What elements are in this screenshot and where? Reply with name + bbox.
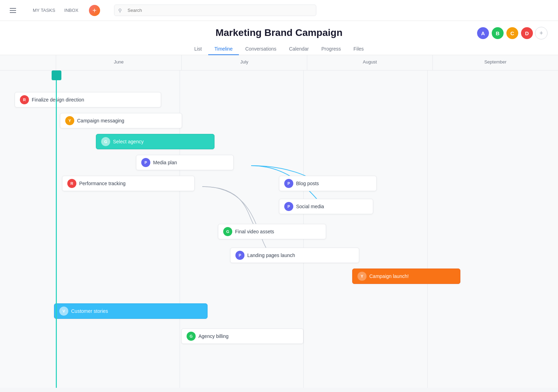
avatar-landing-pages: P xyxy=(235,251,244,260)
avatar-agency-billing: G xyxy=(187,332,196,341)
tasks-canvas: R Finalize design direction Y Campaign m… xyxy=(0,70,558,388)
top-nav: MY TASKS INBOX + ⚲ xyxy=(0,0,558,21)
month-july: July xyxy=(181,55,307,70)
timeline-line xyxy=(56,70,57,388)
task-customer-stories[interactable]: V Customer stories xyxy=(54,303,208,319)
task-media-plan[interactable]: P Media plan xyxy=(136,155,234,170)
avatar-media-plan: P xyxy=(141,158,150,167)
add-member-button[interactable]: + xyxy=(535,27,548,39)
month-june: June xyxy=(56,55,181,70)
hamburger-menu[interactable] xyxy=(7,5,19,16)
svg-text:V: V xyxy=(62,309,65,313)
task-label-blog-posts: Blog posts xyxy=(296,181,319,186)
search-bar: ⚲ xyxy=(114,5,316,16)
task-finalize[interactable]: R Finalize design direction xyxy=(15,92,161,107)
tab-list[interactable]: List xyxy=(188,43,208,55)
task-blog-posts[interactable]: P Blog posts xyxy=(279,176,377,191)
add-button[interactable]: + xyxy=(89,5,100,16)
avatar-final-video: G xyxy=(223,227,232,236)
task-label-finalize: Finalize design direction xyxy=(32,97,84,103)
project-tabs: List Timeline Conversations Calendar Pro… xyxy=(0,43,558,55)
month-august: August xyxy=(307,55,432,70)
search-icon: ⚲ xyxy=(118,8,122,13)
my-tasks-link[interactable]: MY TASKS xyxy=(29,6,59,15)
task-label-landing-pages: Landing pages launch xyxy=(247,252,295,258)
svg-text:G: G xyxy=(104,140,107,144)
avatar-campaign-msg: Y xyxy=(65,116,74,125)
task-label-customer-stories: Customer stories xyxy=(71,308,108,314)
vline-september xyxy=(427,70,428,388)
timeline-container: June July August September xyxy=(0,55,558,388)
avatar-blog-posts: P xyxy=(284,179,293,188)
task-social-media[interactable]: P Social media xyxy=(279,199,373,214)
task-campaign-msg[interactable]: Y Campaign messaging xyxy=(60,113,182,128)
avatar-finalize: R xyxy=(20,95,29,104)
avatar-social-media: P xyxy=(284,202,293,211)
search-input[interactable] xyxy=(114,5,316,16)
avatar-3[interactable]: C xyxy=(506,27,519,40)
project-header: A B C D + Marketing Brand Campaign List … xyxy=(0,21,558,55)
avatar-4[interactable]: D xyxy=(520,27,534,40)
task-label-select-agency: Select agency xyxy=(113,139,144,144)
task-campaign-launch[interactable]: Y Campaign launch! xyxy=(352,269,460,284)
task-label-campaign-msg: Campaign messaging xyxy=(77,118,124,123)
task-label-final-video: Final video assets xyxy=(235,229,274,234)
task-landing-pages[interactable]: P Landing pages launch xyxy=(230,248,359,263)
today-marker xyxy=(52,70,61,80)
task-perf-track[interactable]: R Performance tracking xyxy=(62,176,195,191)
task-label-perf-track: Performance tracking xyxy=(79,181,126,186)
tab-timeline[interactable]: Timeline xyxy=(208,43,239,55)
task-final-video[interactable]: G Final video assets xyxy=(218,224,326,239)
inbox-link[interactable]: INBOX xyxy=(61,6,82,15)
nav-links: MY TASKS INBOX xyxy=(29,6,82,15)
avatar-select-agency: G xyxy=(101,137,110,146)
avatar-customer-stories: V xyxy=(59,307,68,316)
task-label-media-plan: Media plan xyxy=(153,160,177,165)
tab-calendar[interactable]: Calendar xyxy=(283,43,315,55)
months-header: June July August September xyxy=(0,55,558,70)
month-september: September xyxy=(432,55,558,70)
task-label-social-media: Social media xyxy=(296,204,324,209)
avatar-2[interactable]: B xyxy=(491,27,504,40)
avatar-1[interactable]: A xyxy=(476,27,490,40)
avatar-campaign-launch: Y xyxy=(357,272,367,281)
tab-conversations[interactable]: Conversations xyxy=(239,43,283,55)
tab-files[interactable]: Files xyxy=(347,43,370,55)
task-label-campaign-launch: Campaign launch! xyxy=(369,273,409,279)
task-select-agency[interactable]: G Select agency xyxy=(96,134,214,149)
task-label-agency-billing: Agency billing xyxy=(198,333,228,339)
project-title: Marketing Brand Campaign xyxy=(0,27,558,38)
avatar-group: A B C D + xyxy=(476,27,548,40)
tab-progress[interactable]: Progress xyxy=(315,43,347,55)
task-agency-billing[interactable]: G Agency billing xyxy=(181,329,303,344)
avatar-perf-track: R xyxy=(67,179,76,188)
